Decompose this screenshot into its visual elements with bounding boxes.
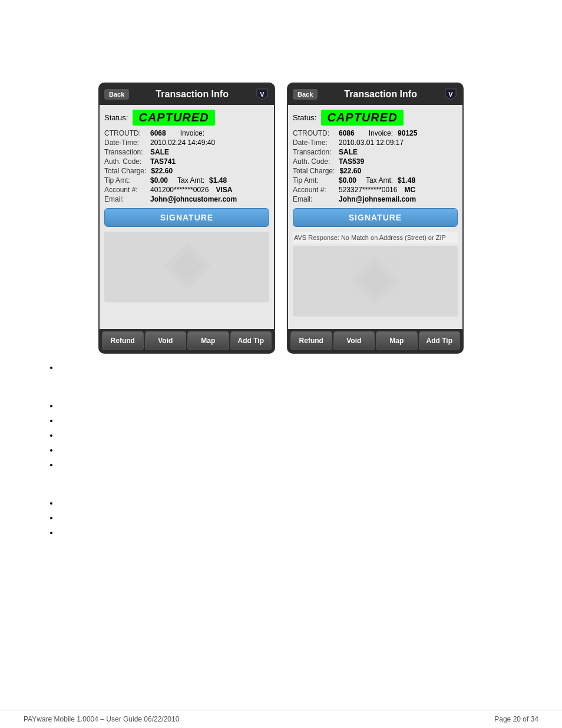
screen1-ctroutd-label: CTROUTD: [104,129,146,137]
screen2-account-row: Account #: 523327*******0016 MC [293,186,458,194]
screen2-map-button[interactable]: Map [376,331,418,350]
screen1-account-row: Account #: 401200*******0026 VISA [104,186,269,194]
screen2-tip-label: Tip Amt: [293,176,334,185]
footer-left: PAYware Mobile 1.0004 – User Guide 06/22… [24,715,179,723]
screen1-v-icon: V [255,87,269,101]
screen1-total-value: $22.60 [151,167,173,175]
screen2-ctroutd-label: CTROUTD: [293,129,334,137]
screen2-email-label: Email: [293,195,334,203]
bullet-item-7 [59,499,515,508]
screen2-watermark [346,251,405,312]
bullet-item-9 [59,528,515,537]
screen1-void-button[interactable]: Void [145,331,187,350]
screen1-map-button[interactable]: Map [187,331,229,350]
screen2-email-row: Email: John@johnsemail.com [293,195,458,203]
screen1-invoice-label: Invoice: [180,129,204,137]
screen2-ctroutd-row: CTROUTD: 6086 Invoice: 90125 [293,129,458,137]
screen1-datetime-value: 2010.02.24 14:49:40 [150,139,215,147]
bullet-item-6 [59,460,515,469]
screen2-transaction-row: Transaction: SALE [293,148,458,156]
screen2-status-row: Status: CAPTURED [293,110,458,126]
screen2-datetime-row: Date-Time: 2010.03.01 12:09:17 [293,139,458,147]
screen1-body: Status: CAPTURED CTROUTD: 6068 Invoice: … [100,105,274,329]
screen2-auth-row: Auth. Code: TAS539 [293,157,458,166]
screen1-header: Back Transaction Info V [100,84,274,105]
bullet-section-1 [47,363,515,372]
screen1-email-label: Email: [104,195,146,203]
screen1-addtip-button[interactable]: Add Tip [230,331,272,350]
screen2-transaction-value: SALE [339,148,358,156]
screen2-auth-label: Auth. Code: [293,157,334,166]
bullet-section-3 [47,416,515,469]
screen1-total-row: Total Charge: $22.60 [104,167,269,175]
screen1-email-row: Email: John@johncustomer.com [104,195,269,203]
screen2-datetime-label: Date-Time: [293,139,334,147]
screen1-ctroutd-value: 6068 [150,129,166,137]
screen2-account-value: 523327*******0016 [339,186,397,194]
screen1-watermark [157,237,216,298]
screen2-total-label: Total Charge: [293,167,335,175]
screen1-transaction-label: Transaction: [104,148,146,156]
bullet-item-4 [59,431,515,440]
screen1-tip-label: Tip Amt: [104,176,146,185]
screen1-signature-button[interactable]: SIGNATURE [104,208,269,227]
screen2-captured-badge: CAPTURED [321,110,403,126]
bullet-section-4 [47,499,515,508]
screen2-title: Transaction Info [321,89,440,100]
phone-screen-1: Back Transaction Info V Status: CAPTURED… [98,83,275,354]
bullet-item-5 [59,446,515,454]
screen1-account-label: Account #: [104,186,146,194]
screen2-footer: Refund Void Map Add Tip [288,329,462,353]
screen1-auth-row: Auth. Code: TAS741 [104,157,269,166]
screen1-tax-label: Tax Amt: [177,176,204,185]
screen1-title: Transaction Info [133,89,252,100]
screen1-status-label: Status: [104,113,128,122]
screen2-void-button[interactable]: Void [333,331,375,350]
screen2-addtip-button[interactable]: Add Tip [419,331,461,350]
screen2-auth-value: TAS539 [339,157,364,166]
screen1-total-label: Total Charge: [104,167,146,175]
screen2-body: Status: CAPTURED CTROUTD: 6086 Invoice: … [288,105,462,329]
screen2-back-button[interactable]: Back [293,89,318,100]
screen1-datetime-label: Date-Time: [104,139,146,147]
screen2-ctroutd-value: 6086 [339,129,355,137]
screen1-auth-label: Auth. Code: [104,157,146,166]
screen1-back-button[interactable]: Back [104,89,129,100]
screen2-status-label: Status: [293,113,316,122]
screen1-signature-area [104,232,269,302]
screen1-tax-value: $1.48 [209,176,227,185]
screen2-avs-response: AVS Response: No Match on Address (Stree… [293,232,458,243]
page-footer: PAYware Mobile 1.0004 – User Guide 06/22… [0,710,562,728]
screen1-tip-row: Tip Amt: $0.00 Tax Amt: $1.48 [104,176,269,185]
screen2-total-row: Total Charge: $22.60 [293,167,458,175]
footer-right: Page 20 of 34 [494,715,538,723]
screen1-transaction-row: Transaction: SALE [104,148,269,156]
bullet-item-3 [59,416,515,425]
screen2-invoice-label: Invoice: [369,129,393,137]
screen2-tax-label: Tax Amt: [366,176,393,185]
screen2-transaction-label: Transaction: [293,148,334,156]
screen2-total-value: $22.60 [339,167,361,175]
screen2-invoice-value: 90125 [398,129,417,137]
screen1-transaction-value: SALE [150,148,169,156]
screen2-header: Back Transaction Info V [288,84,462,105]
screen2-datetime-value: 2010.03.01 12:09:17 [339,139,404,147]
screen1-account-value: 401200*******0026 [150,186,209,194]
screenshots-row: Back Transaction Info V Status: CAPTURED… [47,83,515,354]
screen2-signature-button[interactable]: SIGNATURE [293,208,458,227]
bullet-item-2 [59,401,515,410]
svg-text:V: V [448,91,453,98]
screen2-tax-value: $1.48 [398,176,415,185]
screen1-refund-button[interactable]: Refund [102,331,144,350]
phone-screen-2: Back Transaction Info V Status: CAPTURED… [287,83,464,354]
svg-text:V: V [260,91,265,98]
screen1-captured-badge: CAPTURED [133,110,214,126]
screen2-refund-button[interactable]: Refund [290,331,332,350]
screen2-tip-value: $0.00 [339,176,356,185]
bullet-item-8 [59,513,515,522]
bullet-section-5 [47,513,515,522]
screen2-v-icon: V [444,87,458,101]
screen1-footer: Refund Void Map Add Tip [100,329,274,353]
screen2-email-value: John@johnsemail.com [339,195,416,203]
screen2-account-type: MC [404,186,415,194]
